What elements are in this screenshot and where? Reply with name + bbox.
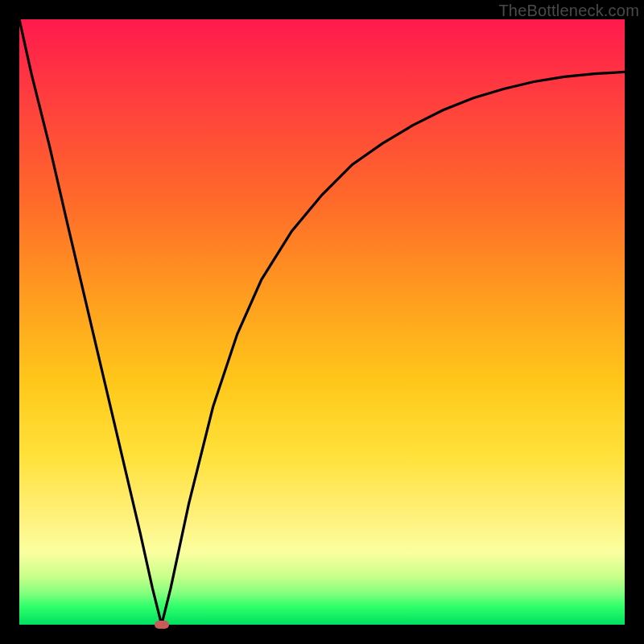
- bottleneck-curve: [19, 19, 625, 625]
- plot-area: [19, 19, 625, 625]
- watermark-label: TheBottleneck.com: [498, 2, 639, 20]
- chart-frame: TheBottleneck.com: [0, 0, 644, 644]
- minimum-marker: [155, 621, 169, 629]
- curve-path: [19, 19, 625, 625]
